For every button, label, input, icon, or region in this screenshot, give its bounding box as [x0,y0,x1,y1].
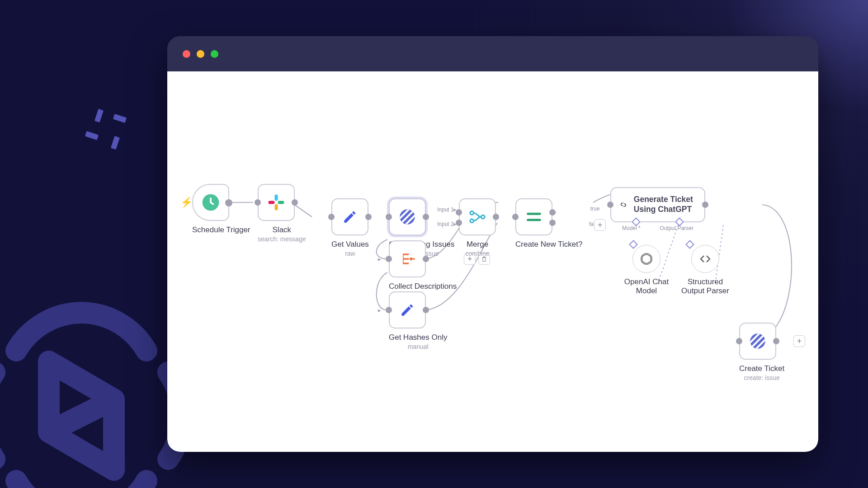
node-label: Create New Ticket? [515,240,582,249]
decorative-plus [88,113,133,158]
arrow-icon: ▸ [378,307,381,314]
svg-rect-4 [269,201,275,204]
port-label: Input 2 [437,221,454,227]
node-create-new-ticket-if[interactable]: true false + Create New Ticket? [515,198,582,249]
node-sublabel: create: issue [739,374,784,381]
minimize-icon[interactable] [197,50,204,58]
node-merge[interactable]: Input 1 ▸ Input 2 ▸ Merge combine [459,198,496,257]
node-generate-ticket[interactable]: Generate Ticket Using ChatGPT Model * Ou… [610,187,705,231]
zoom-icon[interactable] [211,50,218,58]
node-openai-chat-model[interactable]: OpenAI Chat Model [619,245,674,296]
svg-rect-3 [275,204,278,211]
node-slack[interactable]: Slack search: message [258,184,306,243]
node-get-values[interactable]: Get Values raw [331,198,369,257]
port-label: Input 1 [437,206,454,213]
node-sublabel: raw [331,250,369,257]
node-title: Generate Ticket Using ChatGPT [634,195,696,215]
pencil-icon [399,301,416,319]
svg-point-9 [470,219,474,223]
node-label: Structured Output Parser [680,277,730,296]
slack-icon [267,193,286,212]
port-label-model: Model [622,225,637,231]
switch-icon [525,208,543,226]
svg-point-7 [410,258,413,261]
linear-icon [749,332,767,350]
svg-rect-1 [275,195,278,201]
svg-point-10 [481,215,485,219]
close-icon[interactable] [183,50,190,58]
chain-icon [619,197,627,212]
node-create-ticket[interactable]: + Create Ticket create: issue [739,323,784,381]
node-sublabel: manual [389,343,447,350]
code-bracket-icon [698,252,712,266]
node-schedule-trigger[interactable]: ⚡ Schedule Trigger [192,184,250,235]
clock-icon [201,192,221,212]
required-marker: * [638,225,641,231]
arrow-icon: ▸ [378,256,381,263]
node-label: Get Values [331,240,369,249]
node-get-hashes-only[interactable]: ▸ Get Hashes Only manual [389,291,447,350]
node-label: Get Hashes Only [389,333,447,342]
node-label: Schedule Trigger [192,225,250,235]
node-sublabel: combine [459,250,496,257]
port-label-true: true [590,206,600,212]
window-titlebar [167,36,818,71]
node-label: Collect Descriptions [389,282,457,291]
merge-icon [468,207,487,226]
node-label: Merge [459,240,496,249]
pencil-icon [341,208,359,225]
openai-icon [639,252,654,266]
bolt-icon: ⚡ [180,197,193,208]
add-branch-button[interactable]: + [594,219,606,231]
node-label: Slack [258,225,306,235]
svg-rect-2 [278,201,284,204]
code-item-icon [398,250,416,268]
app-window: ⚡ Schedule Trigger Slack search: message [167,36,818,452]
node-label: OpenAI Chat Model [622,277,671,296]
add-button[interactable]: + [793,335,805,347]
node-sublabel: search: message [258,235,306,243]
linear-icon [398,208,416,226]
port-label-parser: Output Parser [660,225,693,231]
workflow-canvas[interactable]: ⚡ Schedule Trigger Slack search: message [167,71,818,452]
node-collect-descriptions[interactable]: ▸ + Collect Descriptions [389,240,457,291]
node-structured-output-parser[interactable]: Structured Output Parser [676,245,735,296]
node-label: Create Ticket [739,364,784,373]
svg-point-8 [470,211,474,215]
